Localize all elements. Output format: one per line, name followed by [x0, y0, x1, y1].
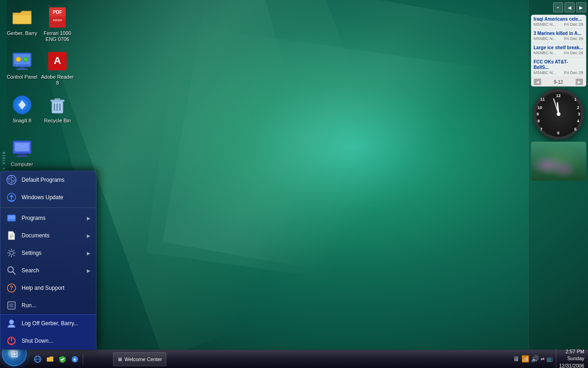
programs-icon — [6, 213, 17, 224]
tray-arrows-icon[interactable]: ⇄ — [541, 356, 544, 362]
desktop-icon-adobe[interactable]: A Adobe Reader 8 — [39, 48, 76, 88]
menu-label-settings: Settings — [22, 250, 82, 256]
ql-ie2[interactable]: e — [69, 354, 80, 365]
news-gadget: Iraqi Americans cele... MSNBC N... Fri D… — [531, 15, 586, 86]
news-item-4[interactable]: FCC OKs AT&T-BellS... MSNBC N... Fri Dec… — [531, 58, 586, 77]
start-menu-bottom: Log Off Gerber, Barry... Shut Down... — [0, 314, 96, 350]
clock-num-8: 8 — [537, 119, 540, 123]
settings-icon — [6, 247, 17, 259]
desktop-icon-snagit[interactable]: SnagIt 8 — [4, 92, 40, 126]
clock-num-2: 2 — [577, 105, 579, 110]
desktop-icon-computer[interactable]: Computer — [4, 136, 40, 169]
taskbar-item-label: Welcome Center — [124, 356, 162, 362]
adobe-icon: A — [46, 50, 68, 72]
menu-label-programs: Programs — [22, 215, 82, 221]
shutdown-icon — [6, 335, 17, 346]
ql-folder[interactable] — [45, 354, 56, 365]
svg-point-8 — [16, 57, 21, 62]
menu-item-help[interactable]: ? Help and Support — [0, 279, 96, 297]
sidebar-next-button[interactable]: ▶ — [576, 2, 586, 12]
tray-icons: 🖥 📶 🔊 ⇄ 📺 — [513, 355, 553, 362]
clock-num-10: 10 — [537, 105, 542, 110]
news-pagination: ◀ 9-12 ▶ — [531, 77, 586, 86]
tray-volume-icon[interactable]: 🔊 — [531, 355, 539, 362]
news-item-3[interactable]: Large ice shelf break... MSNBC N... Fri … — [531, 43, 586, 58]
clock-day: Sunday — [567, 355, 584, 362]
desktop-icon-control-panel[interactable]: Control Panel — [4, 48, 40, 82]
news-item-2[interactable]: 3 Marines killed in A... MSNBC N... Fri … — [531, 29, 586, 43]
tray-network-icon[interactable]: 📶 — [521, 355, 529, 362]
taskbar: e 🖥 Welcome Center 🖥 📶 🔊 ⇄ 📺 2:57 PM Sun — [0, 350, 588, 368]
clock-num-1: 1 — [574, 97, 577, 102]
snagit-icon — [11, 94, 33, 116]
sidebar-add-button[interactable]: + — [553, 2, 563, 12]
taskbar-item-icon: 🖥 — [117, 356, 122, 362]
menu-item-programs[interactable]: Programs ▶ — [0, 209, 96, 227]
svg-text:e: e — [74, 357, 76, 362]
news-item-1[interactable]: Iraqi Americans cele... MSNBC N... Fri D… — [531, 15, 586, 29]
sidebar-controls: + ◀ ▶ — [531, 2, 586, 12]
desktop-icon-recycle-bin[interactable]: Recycle Bin — [39, 92, 76, 126]
clock-time: 2:57 PM — [565, 348, 584, 355]
news-title-3: Large ice shelf break... — [534, 45, 583, 51]
menu-item-logoff[interactable]: Log Off Gerber, Barry... — [0, 315, 96, 332]
svg-rect-19 — [55, 98, 60, 100]
menu-item-windows-update[interactable]: Windows Update — [0, 189, 96, 206]
news-prev-button[interactable]: ◀ — [534, 79, 541, 85]
news-title-4: FCC OKs AT&T-BellS... — [534, 59, 583, 70]
menu-item-documents[interactable]: Documents ▶ — [0, 227, 96, 244]
clock-num-4: 4 — [577, 119, 579, 123]
svg-point-44 — [9, 320, 14, 324]
system-clock[interactable]: 2:57 PM Sunday 12/31/2006 — [556, 348, 584, 368]
icon-label-adobe: Adobe Reader 8 — [41, 74, 74, 86]
clock-num-11: 11 — [540, 97, 545, 102]
news-page-info: 9-12 — [554, 80, 563, 85]
icon-label-recycle-bin: Recycle Bin — [44, 118, 71, 124]
logoff-icon — [6, 318, 17, 329]
news-source-1: MSNBC N... Fri Dec 29 — [534, 22, 583, 27]
desktop-icon-gerber[interactable]: Gerber, Barry — [4, 5, 40, 38]
gadget-sidebar: + ◀ ▶ Iraqi Americans cele... MSNBC N...… — [528, 0, 588, 368]
news-source-4: MSNBC N... Fri Dec 29 — [534, 70, 583, 75]
quick-launch-bar: e — [30, 354, 83, 365]
news-source-2: MSNBC N... Fri Dec 29 — [534, 36, 583, 41]
clock-date: 12/31/2006 — [559, 362, 584, 368]
tray-display-icon[interactable]: 🖥 — [513, 355, 520, 362]
folder-icon — [11, 6, 33, 29]
search-arrow: ▶ — [87, 268, 90, 273]
taskbar-item-welcome-center[interactable]: 🖥 Welcome Center — [113, 352, 166, 366]
tray-monitor2-icon[interactable]: 📺 — [546, 356, 553, 362]
menu-item-settings[interactable]: Settings ▶ — [0, 244, 96, 262]
clock-face: 12 1 2 3 4 5 6 7 8 9 10 11 — [537, 92, 580, 136]
clock-center — [557, 112, 560, 116]
svg-point-35 — [10, 251, 13, 255]
news-source-3: MSNBC N... Fri Dec 29 — [534, 51, 583, 55]
icon-label-ferrari: Ferrari 1000 ENG 0706 — [41, 30, 74, 42]
svg-text:PDF: PDF — [53, 10, 62, 15]
menu-item-default-programs[interactable]: Default Programs — [0, 171, 96, 189]
menu-item-search[interactable]: Search ▶ — [0, 262, 96, 279]
photo-gadget[interactable] — [531, 142, 586, 181]
clock-num-6: 6 — [557, 131, 560, 135]
desktop-icon-ferrari[interactable]: PDF Adobe Ferrari 1000 ENG 0706 — [39, 5, 76, 44]
help-icon: ? — [6, 282, 17, 293]
ql-ie[interactable] — [32, 354, 43, 365]
svg-rect-23 — [17, 155, 28, 157]
menu-label-windows-update: Windows Update — [22, 194, 90, 201]
computer-icon — [11, 138, 33, 160]
clock-num-9: 9 — [537, 112, 539, 116]
menu-separator-1 — [0, 207, 96, 208]
taskbar-items: 🖥 Welcome Center — [113, 350, 166, 368]
ql-shield[interactable] — [57, 354, 68, 365]
icon-label-computer: Computer — [11, 161, 33, 167]
recycle-bin-icon — [46, 94, 68, 116]
sidebar-prev-button[interactable]: ◀ — [565, 2, 575, 12]
menu-item-shutdown[interactable]: Shut Down... — [0, 332, 96, 350]
news-next-button[interactable]: ▶ — [576, 79, 583, 85]
svg-line-37 — [13, 272, 16, 275]
menu-label-logoff: Log Off Gerber, Barry... — [22, 320, 90, 327]
menu-item-run[interactable]: Run... — [0, 297, 96, 314]
menu-label-help: Help and Support — [22, 285, 90, 291]
svg-rect-22 — [19, 154, 25, 155]
system-tray: 🖥 📶 🔊 ⇄ 📺 2:57 PM Sunday 12/31/2006 — [509, 350, 588, 368]
